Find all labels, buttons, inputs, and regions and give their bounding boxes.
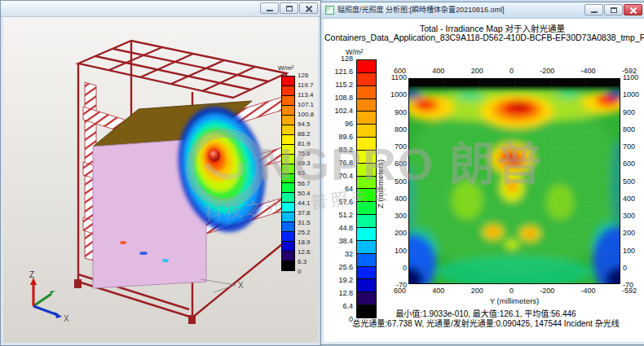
y-axis-ticks-top: 6004002000-200-400-592 [394,67,637,75]
colorbar-tick-label: 32 [324,250,353,258]
colorbar-tick-label: 96 [324,120,353,128]
colorbar-tick-label: 19.2 [324,276,353,284]
y-tick-label: 400 [432,67,444,75]
y-tick-label: 0 [509,287,514,295]
triad-z-label: Z [29,270,34,279]
colorbar-band [282,154,294,164]
y-tick-label: -592 [622,67,637,75]
source-sphere [209,150,220,161]
colorbar-band [357,176,376,189]
colorbar-tick-label: 107.1 [298,101,318,108]
colorbar-tick-label: 51.2 [324,211,353,219]
z-tick-label: 400 [386,195,407,203]
z-tick-label: 500 [386,177,407,186]
colorbar-band [282,192,294,202]
z-tick-label: 600 [386,160,407,168]
colorbar-band [357,278,376,291]
model-viewport[interactable]: X Z X W/m² 126119.7113.4107.1100.894.588… [3,17,318,343]
colorbar-tick-label: 18.9 [298,239,318,246]
colorbar-tick-label: 94.5 [298,120,318,128]
z-tick-label: 700 [386,142,407,151]
colorbar-tick-label: 0 [298,268,318,275]
z-tick-label: 800 [623,125,644,134]
colorbar-tick-label: 50.4 [298,190,318,197]
colorbar-band [357,227,376,240]
colorbar-tick-label: 83.2 [324,146,353,154]
colorbar-band [357,214,376,227]
maximize-button[interactable] [604,4,623,15]
colorbar-tick-label: 88.2 [298,130,318,138]
colorbar-tick-label: 126 [298,72,318,79]
colorbar-tick-label: 56.7 [298,180,318,187]
stats-line-2: 总光通量:67.738 W, 光通量/发射光通量:0.090425, 14754… [332,317,640,329]
colorbar-tick-label: 102.4 [324,107,353,115]
colorbar-band [357,253,376,266]
z-tick-label: 900 [386,108,407,116]
colorbar-tick-label: 31.5 [298,219,318,226]
colorbar-band [282,182,294,192]
z-axis-ticks-right: 110010009008007006005004003002001000-70 [623,73,644,289]
y-tick-label: -400 [581,287,596,295]
model-view-window: X Z X W/m² 126119.7113.4107.1100.894.588… [0,0,321,346]
colorbar-tick-label: 119.7 [298,81,318,89]
map-colorbar-ticks: 128121.6115.2108.8102.49689.683.276.870.… [324,55,353,323]
colorbar-band [282,144,294,154]
colorbar-tick-label: 75.6 [298,150,318,157]
y-tick-label: -400 [581,67,596,75]
colorbar-tick-label: 89.6 [324,133,353,141]
colorbar-tick-label: 44.8 [324,224,353,232]
colorbar-tick-label: 44.1 [298,199,318,207]
colorbar-tick-label: 69.3 [298,160,318,167]
heatmap-field [408,78,620,284]
maximize-icon [286,6,293,11]
colorbar-band [357,72,376,85]
colorbar-band [282,77,294,85]
colorbar-band [282,261,294,270]
colorbar-tick-label: 115.2 [324,81,353,89]
z-tick-label: 300 [386,212,407,220]
colorbar-band [282,221,294,231]
colorbar-band [357,201,376,214]
colorbar-band [282,85,294,95]
window-icon [325,6,334,15]
colorbar-band [357,60,376,72]
colorbar-band [282,164,294,173]
irradiance-heatmap[interactable] [408,78,620,284]
model-colorbar-ticks: 126119.7113.4107.1100.894.588.281.975.66… [298,72,318,275]
colorbar-band [282,125,294,134]
z-tick-label: 700 [623,142,644,151]
z-tick-label: 1000 [386,90,407,99]
colorbar-tick-label: 70.4 [324,172,353,180]
colorbar-tick-label: 81.9 [298,140,318,147]
close-button[interactable] [299,2,318,14]
colorbar-tick-label: 6.3 [298,258,318,265]
colorbar-band [357,188,376,201]
colorbar-band [357,240,376,253]
map-subtitle: Containers_Data_Application_83C9A118-D56… [324,33,644,42]
z-tick-label: 800 [386,125,407,134]
colorbar-tick-label: 64 [324,185,353,193]
model-window-titlebar[interactable] [1,1,320,17]
maximize-button[interactable] [280,2,298,14]
map-window-controls [584,4,642,15]
colorbar-band [357,163,376,176]
colorbar-tick-label: 108.8 [324,94,353,102]
z-tick-label: 900 [623,108,644,116]
z-tick-label: 200 [623,229,644,237]
map-window-titlebar[interactable]: 辐照度/光照度 分析图:[瞬時槽体杂置20210816.oml] [321,2,644,19]
colorbar-band [282,134,294,144]
z-tick-label: 600 [623,160,644,168]
close-button[interactable] [624,4,642,15]
minimize-button[interactable] [584,4,603,15]
3d-scene: X Z X [3,17,318,343]
colorbar-band [357,291,376,304]
colorbar-tick-label: 63 [298,169,318,177]
colorbar-band [357,266,376,279]
y-tick-label: 600 [394,67,406,75]
y-axis-label: Y (millimeters) [408,296,620,305]
maximize-icon [611,7,617,13]
z-tick-label: 0 [623,264,644,272]
colorbar-band [357,99,376,112]
map-client-area: Total - Irradiance Map 对于入射光通量 Container… [324,19,644,342]
minimize-button[interactable] [260,2,279,14]
